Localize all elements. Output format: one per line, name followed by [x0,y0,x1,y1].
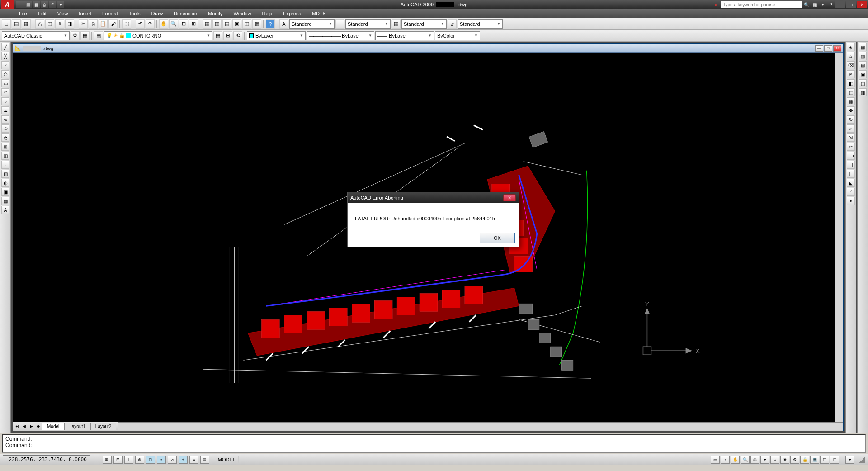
tp-calc[interactable]: ▩ [859,88,867,96]
workspace-dropdown[interactable]: AutoCAD Classic▼ [2,31,70,40]
menu-modify[interactable]: Modify [203,10,228,17]
osnap-btn[interactable]: □ [146,456,155,464]
tb-workspace-settings[interactable]: ⚙ [71,31,80,40]
ortho-btn[interactable]: ⊥ [124,456,133,464]
tool-block[interactable]: ◫ [1,152,9,160]
tb-redo[interactable]: ↷ [146,19,155,29]
tb-paste[interactable]: 📋 [99,19,108,29]
star-btn[interactable]: ✦ [819,1,826,8]
tool-extend[interactable]: ⟶ [847,152,855,160]
tb-dcenter[interactable]: ▥ [212,19,222,29]
tool-home[interactable]: ⌂ [847,52,855,60]
sb-showmc[interactable]: ▾ [760,456,769,464]
sb-zoom[interactable]: 🔍 [741,456,750,464]
tool-explode[interactable]: ✦ [847,197,855,205]
tool-array[interactable]: ▦ [847,97,855,105]
tool-polygon[interactable]: ⬠ [1,70,9,78]
menu-mdt5[interactable]: MDT5 [307,10,331,17]
tp-dc[interactable]: ▥ [859,52,867,60]
tool-erase[interactable]: ⌫ [847,61,855,69]
sb-layout[interactable]: ▭ [711,456,720,464]
tool-chamfer[interactable]: ◣ [847,179,855,187]
tb-tpalette[interactable]: ▤ [222,19,231,29]
tool-rotate[interactable]: ↻ [847,115,855,124]
tool-stretch[interactable]: ⇲ [847,133,855,142]
tb-calc[interactable]: ▩ [252,19,261,29]
tb-ssm[interactable]: ▣ [232,19,241,29]
doc-max[interactable]: □ [824,45,832,52]
sb-qview[interactable]: ▫ [721,456,730,464]
tab-layout2[interactable]: Layout2 [90,423,117,430]
tb-workspace-switch[interactable]: ▦ [80,31,90,40]
doc-close[interactable]: ✕ [833,45,841,52]
table-style-dropdown[interactable]: Standard▼ [401,19,447,29]
command-window[interactable]: Command: Command: [2,434,866,453]
menu-insert[interactable]: Insert [73,10,97,17]
qat-undo[interactable]: ↶ [49,1,56,8]
tb-tablestyle-icon[interactable]: ▦ [392,19,401,29]
tb-layer-props[interactable]: ▤ [94,31,103,40]
tool-arc[interactable]: ◠ [1,88,9,96]
search-btn[interactable]: 🔍 [803,1,810,8]
tool-pline[interactable]: ⟋ [1,61,9,69]
tb-open[interactable]: ▤ [12,19,21,29]
tool-viewcube[interactable]: ◈ [847,43,855,51]
menu-view[interactable]: View [52,10,74,17]
tp-properties[interactable]: ▦ [859,43,867,51]
tool-table[interactable]: ▦ [1,197,9,205]
close-button[interactable]: ✕ [857,1,867,8]
menu-express[interactable]: Express [278,10,307,17]
nav-first[interactable]: ⏮ [13,423,20,430]
menu-file[interactable]: File [14,10,33,17]
tb-dimstyle-icon[interactable]: ⟊ [335,19,344,29]
tool-gradient[interactable]: ◐ [1,179,9,187]
tp-tool[interactable]: ▤ [859,61,867,69]
color-dropdown[interactable]: ByLayer▼ [247,31,306,40]
menu-tools[interactable]: Tools [123,10,146,17]
ok-button[interactable]: OK [480,233,515,243]
sb-annovis[interactable]: 👁 [780,456,789,464]
tool-offset[interactable]: ◫ [847,88,855,96]
tb-help[interactable]: ? [266,19,275,29]
menu-window[interactable]: Window [228,10,256,17]
tb-blockeditor[interactable]: ⬚ [122,19,131,29]
nav-prev[interactable]: ◀ [20,423,28,430]
vertical-scrollbar[interactable] [835,53,843,422]
tb-copy[interactable]: ⎘ [89,19,98,29]
linetype-dropdown[interactable]: ——————— ByLayer▼ [307,31,374,40]
menu-draw[interactable]: Draw [146,10,168,17]
nav-next[interactable]: ▶ [28,423,35,430]
tool-move[interactable]: ✥ [847,106,855,114]
menu-dimension[interactable]: Dimension [168,10,203,17]
grid-btn[interactable]: ⊞ [113,456,123,464]
tp-ssm[interactable]: ▣ [859,70,867,78]
dialog-titlebar[interactable]: AutoCAD Error Aborting ✕ [348,192,519,203]
polar-btn[interactable]: ⊛ [135,456,144,464]
qat-save[interactable]: ▦ [33,1,40,8]
tool-hatch[interactable]: ▨ [1,170,9,178]
search-input[interactable] [721,1,802,8]
tb-publish[interactable]: ⇪ [55,19,64,29]
tb-new[interactable]: □ [2,19,11,29]
tb-save[interactable]: ▦ [22,19,31,29]
qp-btn[interactable]: ▤ [200,456,209,464]
tool-trim[interactable]: ✂ [847,143,855,151]
tool-ellipse[interactable]: ⬭ [1,124,9,133]
tb-plot[interactable]: ⎙ [35,19,44,29]
sb-lock[interactable]: 🔒 [800,456,809,464]
tool-mirror[interactable]: ◧ [847,79,855,87]
tb-undo[interactable]: ↶ [136,19,145,29]
tool-revcloud[interactable]: ☁ [1,106,9,114]
tool-break[interactable]: ⊣ [847,161,855,169]
tb-mlstyle-icon[interactable]: ⫽ [448,19,457,29]
sb-hw[interactable]: 💻 [810,456,819,464]
sb-clean[interactable]: ▢ [830,456,839,464]
menu-format[interactable]: Format [97,10,123,17]
text-style-dropdown[interactable]: Standard▼ [289,19,335,29]
tool-line[interactable]: ╱ [1,43,9,51]
dim-style-dropdown[interactable]: Standard▼ [345,19,391,29]
plotstyle-dropdown[interactable]: ByColor▼ [435,31,480,40]
lineweight-dropdown[interactable]: —— ByLayer▼ [375,31,434,40]
tool-insert[interactable]: ⊞ [1,143,9,151]
otrack-btn[interactable]: ▫ [157,456,166,464]
